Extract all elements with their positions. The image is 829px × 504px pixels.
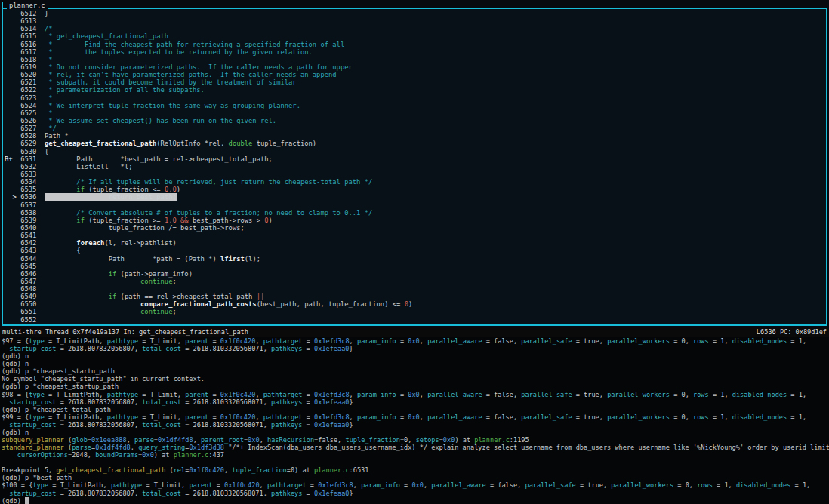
source-line: 6550 compare_fractional_path_costs(best_… xyxy=(5,300,826,308)
marker-gutter xyxy=(5,86,17,94)
line-number: 6546 xyxy=(17,270,45,278)
source-line: 6548 xyxy=(5,285,826,293)
line-number: 6545 xyxy=(17,263,45,270)
line-number: 6540 xyxy=(17,224,45,232)
line-number: 6534 xyxy=(17,178,45,186)
line-number: 6517 xyxy=(17,48,45,56)
marker-gutter xyxy=(5,56,17,63)
gdb-console[interactable]: $97 = {type = T_LimitPath, pathtype = T_… xyxy=(0,337,829,504)
current-line-marker: > xyxy=(5,193,17,201)
line-number: 6513 xyxy=(17,17,45,25)
console-line: $100 = {type = T_LimitPath, pathtype = T… xyxy=(2,481,829,489)
source-line: 6537 xyxy=(5,201,826,209)
marker-gutter xyxy=(5,232,17,239)
line-number: 6538 xyxy=(17,209,45,217)
marker-gutter xyxy=(5,140,17,147)
marker-gutter xyxy=(5,308,17,315)
console-line: (gdb) n xyxy=(2,352,829,360)
marker-gutter xyxy=(5,239,17,247)
console-line: Breakpoint 5, get_cheapest_fractional_pa… xyxy=(2,466,829,474)
line-number: 6522 xyxy=(17,86,45,94)
console-line: $99 = {type = T_LimitPath, pathtype = T_… xyxy=(2,413,829,421)
source-line: 6514 /* xyxy=(5,25,826,32)
source-line: 6545 xyxy=(5,263,826,270)
gdb-tui-source-window: planner.c 6512 } 6513 6514 /* 6515 * get… xyxy=(2,8,827,326)
line-number: 6541 xyxy=(17,232,45,239)
source-line: > 6536 return best_path; xyxy=(5,193,826,201)
line-number: 6551 xyxy=(17,308,45,315)
source-line: 6538 /* Convert absolute # of tuples to … xyxy=(5,209,826,217)
line-number: 6542 xyxy=(17,239,45,247)
source-line: 6516 * Find the cheapest path for retrie… xyxy=(5,41,826,48)
terminal-cursor[interactable] xyxy=(25,497,29,504)
source-line: 6520 * rel, it can't have parameterized … xyxy=(5,71,826,78)
source-line: 6518 * xyxy=(5,56,826,63)
console-line: (gdb) p *cheapest_startu_path xyxy=(2,367,829,375)
source-line: 6527 */ xyxy=(5,124,826,132)
source-line: 6541 xyxy=(5,232,826,239)
console-line: $97 = {type = T_LimitPath, pathtype = T_… xyxy=(2,337,829,345)
source-window-title: planner.c xyxy=(7,2,48,9)
marker-gutter xyxy=(5,41,17,48)
marker-gutter xyxy=(5,63,17,71)
line-number: 6525 xyxy=(17,109,45,117)
line-number: 6514 xyxy=(17,25,45,32)
console-line: $98 = {type = T_LimitPath, pathtype = T_… xyxy=(2,391,829,398)
marker-gutter xyxy=(5,255,17,263)
source-line: 6517 * the tuples expected to be returne… xyxy=(5,48,826,56)
source-line: 6535 if (tuple_fraction <= 0.0) xyxy=(5,186,826,193)
marker-gutter xyxy=(5,109,17,117)
line-number: 6535 xyxy=(17,186,45,193)
marker-gutter xyxy=(5,71,17,78)
source-line: 6549 if (path == rel->cheapest_total_pat… xyxy=(5,293,826,300)
console-line: startup_cost = 2618.807832056807, total_… xyxy=(2,490,829,497)
marker-gutter xyxy=(5,293,17,300)
line-number: 6547 xyxy=(17,278,45,285)
console-line xyxy=(2,459,829,466)
console-line: startup_cost = 2618.807832056807, total_… xyxy=(2,345,829,352)
line-number: 6531 xyxy=(17,155,45,163)
source-line: 6551 continue; xyxy=(5,308,826,315)
marker-gutter xyxy=(5,78,17,86)
source-line: 6544 Path *path = (Path *) lfirst(l); xyxy=(5,255,826,263)
line-number: 6519 xyxy=(17,63,45,71)
marker-gutter xyxy=(5,171,17,178)
source-line: 6540 tuple_fraction /= best_path->rows; xyxy=(5,224,826,232)
console-line: No symbol "cheapest_startu_path" in curr… xyxy=(2,375,829,383)
console-line: (gdb) p *best_path xyxy=(2,474,829,481)
marker-gutter xyxy=(5,217,17,224)
source-line: 6530 { xyxy=(5,148,826,155)
line-number: 6536 xyxy=(17,193,45,201)
current-execution-line: return best_path; xyxy=(45,193,177,201)
status-bar-right: L6536 PC: 0x89d1ef xyxy=(757,328,827,337)
marker-gutter xyxy=(5,117,17,124)
marker-gutter xyxy=(5,25,17,32)
marker-gutter xyxy=(5,316,17,324)
source-line: 6521 * subpath, it could become limited … xyxy=(5,78,826,86)
source-line: 6529 get_cheapest_fractional_path(RelOpt… xyxy=(5,140,826,147)
status-bar-left: multi-thre Thread 0x7f4e19a137 In: get_c… xyxy=(2,328,248,337)
marker-gutter xyxy=(5,148,17,155)
source-line: 6539 if (tuple_fraction >= 1.0 && best_p… xyxy=(5,217,826,224)
breakpoint-marker: B+ xyxy=(5,155,17,163)
source-code: 6512 } 6513 6514 /* 6515 * get_cheapest_… xyxy=(3,9,826,324)
marker-gutter xyxy=(5,270,17,278)
console-line: startup_cost = 2618.807832056807, total_… xyxy=(2,398,829,406)
line-number: 6543 xyxy=(17,247,45,254)
marker-gutter xyxy=(5,300,17,308)
source-line: 6534 /* If all tuples will be retrieved,… xyxy=(5,178,826,186)
line-number: 6528 xyxy=(17,132,45,140)
console-line: (gdb) n xyxy=(2,360,829,367)
line-number: 6539 xyxy=(17,217,45,224)
line-number: 6516 xyxy=(17,41,45,48)
console-line: cursorOptions=2048, boundParams=0x0) at … xyxy=(2,451,829,459)
gdb-tui-status-bar: multi-thre Thread 0x7f4e19a137 In: get_c… xyxy=(0,328,829,337)
source-line: 6552 xyxy=(5,316,826,324)
source-line: 6542 foreach(l, rel->pathlist) xyxy=(5,239,826,247)
marker-gutter xyxy=(5,48,17,56)
source-line: 6519 * Do not consider parameterized pat… xyxy=(5,63,826,71)
marker-gutter xyxy=(5,163,17,171)
console-line: (gdb) n xyxy=(2,429,829,436)
line-number: 6512 xyxy=(17,10,45,17)
line-number: 6550 xyxy=(17,300,45,308)
